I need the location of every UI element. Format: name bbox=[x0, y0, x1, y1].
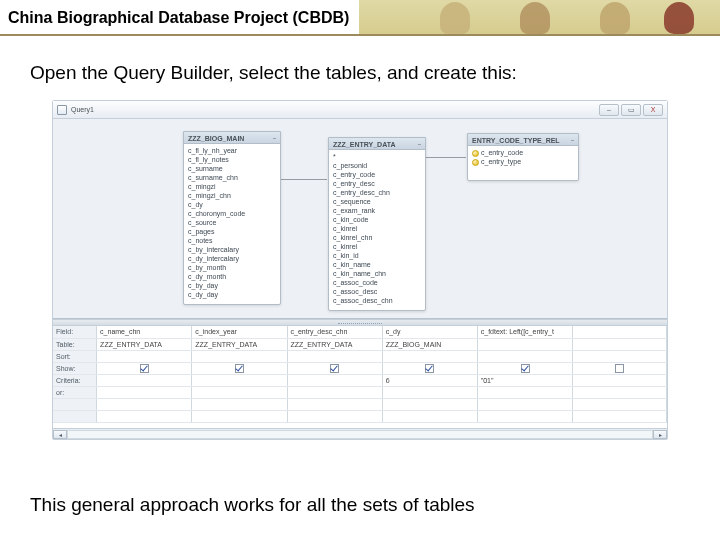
table-field[interactable]: c_pages bbox=[184, 227, 280, 236]
window-close-button[interactable]: X bbox=[643, 104, 663, 116]
table-field[interactable]: c_by_day bbox=[184, 281, 280, 290]
table-field[interactable]: c_dy bbox=[184, 200, 280, 209]
grid-cell-show[interactable] bbox=[287, 362, 382, 374]
table-field[interactable]: c_kinrel_chn bbox=[329, 233, 425, 242]
grid-cell-show[interactable] bbox=[192, 362, 287, 374]
table-field[interactable]: c_source bbox=[184, 218, 280, 227]
grid-cell-criteria[interactable] bbox=[573, 374, 667, 386]
grid-cell-table[interactable]: ZZZ_ENTRY_DATA bbox=[97, 338, 192, 350]
pane-splitter[interactable] bbox=[53, 319, 667, 326]
table-field[interactable]: c_fl_ly_nh_year bbox=[184, 146, 280, 155]
table-field[interactable]: c_personid bbox=[329, 161, 425, 170]
grid-cell-table[interactable]: ZZZ_ENTRY_DATA bbox=[192, 338, 287, 350]
grid-cell-sort[interactable] bbox=[477, 350, 573, 362]
table-close-icon[interactable]: – bbox=[571, 137, 574, 143]
table-caption[interactable]: ZZZ_BIOG_MAIN – bbox=[184, 132, 280, 144]
table-field[interactable]: c_kin_name bbox=[329, 260, 425, 269]
table-field[interactable]: c_dy_intercalary bbox=[184, 254, 280, 263]
show-checkbox[interactable] bbox=[140, 364, 149, 373]
grid-cell-or[interactable] bbox=[477, 386, 573, 398]
table-designer-pane[interactable]: ZZZ_BIOG_MAIN – c_fl_ly_nh_year c_fl_ly_… bbox=[53, 119, 667, 319]
show-checkbox[interactable] bbox=[425, 364, 434, 373]
table-field[interactable]: c_by_intercalary bbox=[184, 245, 280, 254]
table-field[interactable]: * bbox=[329, 152, 425, 161]
window-maximize-button[interactable]: ▭ bbox=[621, 104, 641, 116]
show-checkbox[interactable] bbox=[235, 364, 244, 373]
table-field[interactable]: c_fl_ly_notes bbox=[184, 155, 280, 164]
table-field[interactable]: c_assoc_desc_chn bbox=[329, 296, 425, 305]
table-field[interactable]: c_mingzi_chn bbox=[184, 191, 280, 200]
grid-cell-or[interactable] bbox=[382, 386, 477, 398]
table-field[interactable]: c_kin_name_chn bbox=[329, 269, 425, 278]
table-close-icon[interactable]: – bbox=[273, 135, 276, 141]
table-field[interactable]: c_kin_id bbox=[329, 251, 425, 260]
table-field[interactable]: c_kinrel bbox=[329, 242, 425, 251]
table-close-icon[interactable]: – bbox=[418, 141, 421, 147]
grid-cell-field[interactable]: c_entry_desc_chn bbox=[287, 326, 382, 338]
window-minimize-button[interactable]: – bbox=[599, 104, 619, 116]
table-zzz-biog-main[interactable]: ZZZ_BIOG_MAIN – c_fl_ly_nh_year c_fl_ly_… bbox=[183, 131, 281, 305]
grid-cell-sort[interactable] bbox=[573, 350, 667, 362]
table-entry-code-type-rel[interactable]: ENTRY_CODE_TYPE_REL – c_entry_code c_ent… bbox=[467, 133, 579, 181]
table-zzz-entry-data[interactable]: ZZZ_ENTRY_DATA – * c_personid c_entry_co… bbox=[328, 137, 426, 311]
table-field[interactable]: c_entry_desc_chn bbox=[329, 188, 425, 197]
show-checkbox[interactable] bbox=[330, 364, 339, 373]
grid-cell-criteria[interactable]: "01" bbox=[477, 374, 573, 386]
grid-cell-field[interactable]: c_dy bbox=[382, 326, 477, 338]
grid-cell-sort[interactable] bbox=[382, 350, 477, 362]
table-field[interactable]: c_by_month bbox=[184, 263, 280, 272]
table-field[interactable]: c_kinrel bbox=[329, 224, 425, 233]
grid-cell-table[interactable] bbox=[573, 338, 667, 350]
grid-cell-table[interactable]: ZZZ_ENTRY_DATA bbox=[287, 338, 382, 350]
grid-cell-criteria[interactable]: 6 bbox=[382, 374, 477, 386]
grid-cell-sort[interactable] bbox=[287, 350, 382, 362]
grid-cell-or[interactable] bbox=[192, 386, 287, 398]
table-field[interactable]: c_dy_day bbox=[184, 290, 280, 299]
show-checkbox[interactable] bbox=[521, 364, 530, 373]
grid-cell-table[interactable] bbox=[477, 338, 573, 350]
table-field[interactable]: c_sequence bbox=[329, 197, 425, 206]
table-field[interactable]: c_exam_rank bbox=[329, 206, 425, 215]
grid-cell-sort[interactable] bbox=[97, 350, 192, 362]
scroll-left-button[interactable]: ◂ bbox=[53, 430, 67, 439]
grid-cell-field[interactable]: c_index_year bbox=[192, 326, 287, 338]
table-field-list[interactable]: c_entry_code c_entry_type bbox=[468, 146, 578, 168]
show-checkbox[interactable] bbox=[615, 364, 624, 373]
table-field[interactable]: c_assoc_code bbox=[329, 278, 425, 287]
table-field[interactable]: c_entry_code bbox=[329, 170, 425, 179]
grid-cell-field[interactable]: c_name_chn bbox=[97, 326, 192, 338]
table-field[interactable]: c_choronym_code bbox=[184, 209, 280, 218]
table-field-list[interactable]: c_fl_ly_nh_year c_fl_ly_notes c_surname … bbox=[184, 144, 280, 301]
table-field[interactable]: c_kin_code bbox=[329, 215, 425, 224]
grid-cell-or[interactable] bbox=[287, 386, 382, 398]
grid-cell-or[interactable] bbox=[573, 386, 667, 398]
grid-cell-table[interactable]: ZZZ_BIOG_MAIN bbox=[382, 338, 477, 350]
grid-cell-sort[interactable] bbox=[192, 350, 287, 362]
grid-cell-show[interactable] bbox=[97, 362, 192, 374]
grid-cell-or[interactable] bbox=[97, 386, 192, 398]
table-field[interactable]: c_entry_code bbox=[468, 148, 578, 157]
grid-cell-field[interactable]: c_fdtext: Left([c_entry_t bbox=[477, 326, 573, 338]
grid-cell-show[interactable] bbox=[382, 362, 477, 374]
table-caption[interactable]: ZZZ_ENTRY_DATA – bbox=[329, 138, 425, 150]
scroll-track[interactable] bbox=[67, 430, 653, 439]
query-design-grid[interactable]: Field: c_name_chn c_index_year c_entry_d… bbox=[53, 326, 667, 438]
horizontal-scrollbar[interactable]: ◂ ▸ bbox=[53, 428, 667, 438]
grid-cell-field[interactable] bbox=[573, 326, 667, 338]
table-field[interactable]: c_entry_type bbox=[468, 157, 578, 166]
table-field-list[interactable]: * c_personid c_entry_code c_entry_desc c… bbox=[329, 150, 425, 307]
grid-cell-criteria[interactable] bbox=[97, 374, 192, 386]
grid-cell-criteria[interactable] bbox=[287, 374, 382, 386]
table-caption[interactable]: ENTRY_CODE_TYPE_REL – bbox=[468, 134, 578, 146]
table-field[interactable]: c_mingzi bbox=[184, 182, 280, 191]
grid-cell-criteria[interactable] bbox=[192, 374, 287, 386]
table-field[interactable]: c_notes bbox=[184, 236, 280, 245]
table-field[interactable]: c_assoc_desc bbox=[329, 287, 425, 296]
grid-cell-show[interactable] bbox=[573, 362, 667, 374]
table-field[interactable]: c_dy_month bbox=[184, 272, 280, 281]
table-field[interactable]: c_entry_desc bbox=[329, 179, 425, 188]
table-field[interactable]: c_surname bbox=[184, 164, 280, 173]
table-field[interactable]: c_surname_chn bbox=[184, 173, 280, 182]
grid-cell-show[interactable] bbox=[477, 362, 573, 374]
scroll-right-button[interactable]: ▸ bbox=[653, 430, 667, 439]
